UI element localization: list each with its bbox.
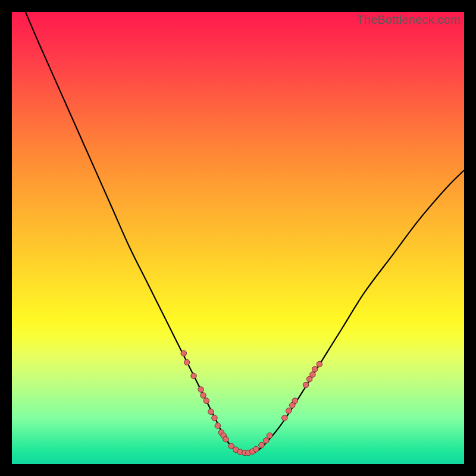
curve-marker bbox=[259, 442, 265, 448]
curve-marker bbox=[203, 398, 209, 404]
curve-marker bbox=[212, 415, 218, 421]
curve-marker bbox=[223, 436, 229, 442]
curve-marker bbox=[310, 372, 316, 378]
curve-marker bbox=[253, 446, 259, 452]
curve-marker bbox=[317, 361, 322, 367]
curve-marker bbox=[282, 415, 288, 421]
plot-area: TheBottleneck.com bbox=[12, 12, 464, 464]
curve-marker bbox=[191, 373, 197, 379]
curve-marker bbox=[198, 387, 204, 393]
curve-marker bbox=[312, 367, 318, 372]
chart-svg bbox=[12, 12, 464, 464]
curve-markers bbox=[181, 350, 322, 456]
curve-marker bbox=[181, 350, 187, 356]
curve-marker bbox=[292, 398, 298, 404]
curve-marker bbox=[303, 382, 309, 388]
curve-path bbox=[26, 12, 464, 453]
curve-marker bbox=[215, 423, 221, 429]
curve-marker bbox=[201, 393, 206, 399]
curve-marker bbox=[208, 409, 214, 415]
curve-marker bbox=[184, 359, 190, 365]
curve-marker bbox=[267, 433, 273, 439]
chart-frame: TheBottleneck.com bbox=[0, 0, 476, 476]
curve-marker bbox=[286, 408, 292, 414]
curve-marker bbox=[263, 438, 269, 444]
